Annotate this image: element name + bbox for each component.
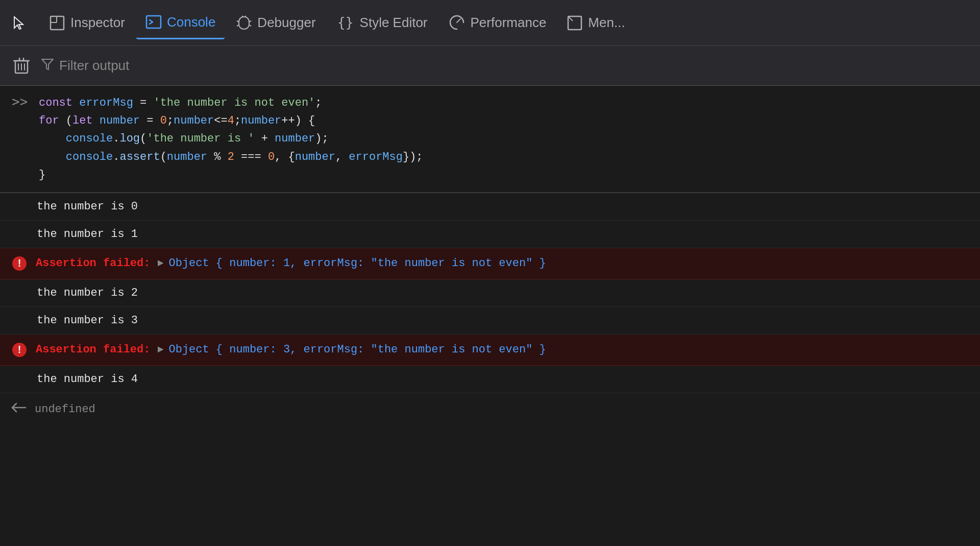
assertion-error-text-1: Assertion failed: ► Object { number: 1, … (36, 257, 546, 270)
assertion-label-2: Assertion failed: (36, 343, 150, 356)
inspector-label: Inspector (70, 15, 125, 31)
filter-bar (0, 46, 980, 86)
log-text-1: the number is 1 (37, 228, 138, 241)
svg-line-6 (249, 25, 251, 26)
assertion-label-1: Assertion failed: (36, 257, 150, 270)
object-preview-2: Object { number: 3, errorMsg: "the numbe… (168, 343, 546, 356)
console-tab[interactable]: Console (136, 7, 225, 39)
inspector-tab[interactable]: Inspector (40, 7, 134, 39)
cursor-tool-button[interactable] (5, 7, 34, 39)
return-value: undefined (35, 403, 95, 416)
svg-line-5 (237, 25, 239, 26)
log-line-2: the number is 2 (0, 279, 980, 307)
expand-arrow-1[interactable]: ► (157, 257, 163, 269)
object-preview-1: Object { number: 1, errorMsg: "the numbe… (168, 257, 546, 270)
svg-line-10 (457, 19, 460, 22)
expand-arrow-2[interactable]: ► (157, 344, 163, 355)
style-editor-icon: {} (336, 15, 355, 31)
code-input-entry: >> const errorMsg = 'the number is not e… (0, 86, 980, 193)
svg-line-7 (242, 16, 243, 17)
more-tools-tab[interactable]: Men... (557, 7, 634, 39)
more-tools-label: Men... (588, 15, 625, 31)
svg-rect-2 (146, 16, 161, 28)
filter-input-container (41, 57, 972, 74)
performance-label: Performance (471, 15, 547, 31)
assertion-error-text-2: Assertion failed: ► Object { number: 3, … (36, 343, 546, 356)
performance-tab[interactable]: Performance (439, 7, 556, 39)
log-line-4: the number is 4 (0, 366, 980, 393)
svg-text:!: ! (18, 257, 21, 269)
svg-text:>>: >> (12, 95, 27, 108)
svg-text:{}: {} (337, 15, 353, 30)
assertion-error-1: ! Assertion failed: ► Object { number: 1… (0, 248, 980, 279)
error-icon-1: ! (10, 255, 29, 272)
input-chevron-icon: >> (10, 95, 29, 108)
code-block: const errorMsg = 'the number is not even… (39, 94, 423, 184)
debugger-tab[interactable]: Debugger (227, 7, 325, 39)
log-line-0: the number is 0 (0, 193, 980, 221)
log-text-4: the number is 4 (37, 373, 138, 386)
debugger-icon (236, 15, 252, 31)
error-icon-2: ! (10, 342, 29, 358)
style-editor-label: Style Editor (360, 15, 428, 31)
return-arrow-icon (10, 400, 28, 419)
log-line-3: the number is 3 (0, 307, 980, 335)
more-tools-icon (567, 15, 583, 31)
console-label: Console (167, 14, 215, 30)
svg-text:!: ! (18, 344, 21, 355)
console-icon (145, 14, 162, 30)
style-editor-tab[interactable]: {} Style Editor (327, 7, 437, 39)
svg-rect-1 (51, 16, 57, 22)
log-text-2: the number is 2 (37, 287, 138, 299)
svg-line-8 (245, 16, 246, 17)
devtools-toolbar: Inspector Console Debugger (0, 0, 980, 46)
debugger-label: Debugger (257, 15, 315, 31)
return-line: undefined (0, 393, 980, 426)
filter-output-input[interactable] (59, 58, 972, 74)
assertion-error-2: ! Assertion failed: ► Object { number: 3… (0, 335, 980, 366)
clear-console-button[interactable] (8, 53, 35, 79)
inspector-icon (49, 15, 65, 31)
log-text-3: the number is 3 (37, 314, 138, 327)
console-output: >> const errorMsg = 'the number is not e… (0, 86, 980, 426)
log-line-1: the number is 1 (0, 221, 980, 248)
performance-icon (448, 15, 465, 31)
filter-icon (41, 57, 54, 74)
svg-line-12 (568, 16, 573, 21)
log-text-0: the number is 0 (37, 200, 138, 213)
